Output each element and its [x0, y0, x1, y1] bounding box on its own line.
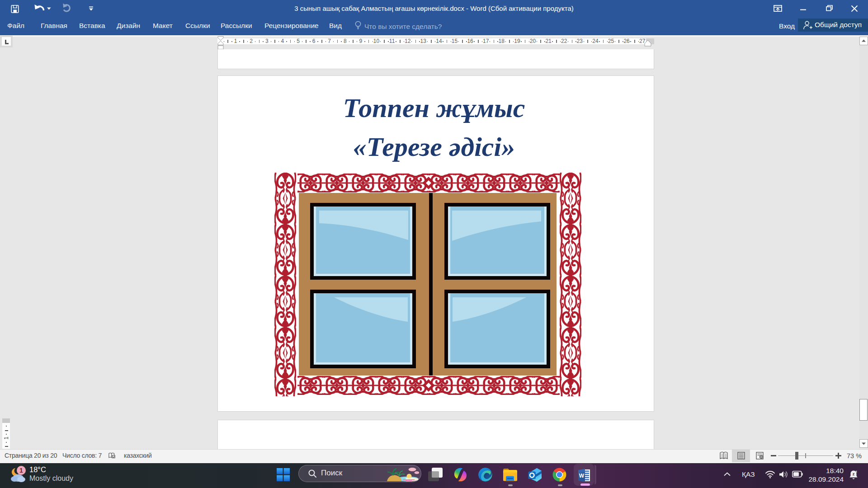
svg-text:1: 1: [19, 467, 23, 474]
svg-text:z: z: [855, 470, 857, 474]
svg-text:W: W: [579, 473, 585, 479]
svg-text:z: z: [853, 472, 855, 476]
